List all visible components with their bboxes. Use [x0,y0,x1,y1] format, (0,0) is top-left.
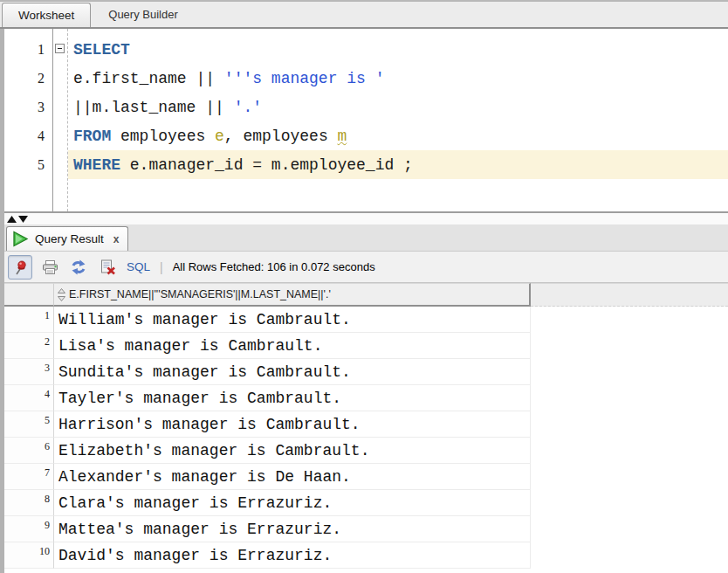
table-row[interactable]: 4Tayler's manager is Cambrault. [4,385,728,411]
code-text[interactable]: WHERE e.manager_id = m.employee_id ; [68,150,728,179]
splitter-up-icon[interactable] [7,216,17,223]
table-row[interactable]: 5Harrison's manager is Cambrault. [4,411,728,438]
code-text[interactable]: SELECT [68,35,728,64]
row-number: 2 [4,333,54,359]
table-row[interactable]: 1William's manager is Cambrault. [4,307,728,333]
print-button[interactable] [38,256,61,279]
splitter-down-icon[interactable] [18,216,28,223]
editor-line[interactable]: 5WHERE e.manager_id = m.employee_id ; [4,150,728,179]
result-tabbar: Query Result x [4,224,728,252]
printer-icon [42,259,58,275]
worksheet-frame: 1SELECT2e.first_name || '''s manager is … [0,29,728,573]
pushpin-icon [12,259,28,275]
code-token-alias: e [215,128,224,145]
code-token-plain: employees [111,128,215,145]
tab-query-builder-label: Query Builder [108,8,177,21]
result-cell[interactable]: Clara's manager is Errazuriz. [54,490,531,516]
line-number: 1 [4,35,45,64]
grid-header-row: E.FIRST_NAME||'''SMANAGERIS'||M.LAST_NAM… [4,283,728,307]
pin-button[interactable] [8,255,32,280]
table-row[interactable]: 2Lisa's manager is Cambrault. [4,333,728,359]
result-cell[interactable]: Lisa's manager is Cambrault. [54,333,531,359]
result-cell[interactable]: Alexander's manager is De Haan. [54,464,531,490]
sql-tab-label[interactable]: SQL [127,260,150,273]
refresh-icon [70,259,87,275]
result-cell[interactable]: Mattea's manager is Errazuriz. [54,516,531,542]
row-number: 7 [4,464,54,490]
code-token-plain: , employees [224,128,338,145]
grid-body: 1William's manager is Cambrault.2Lisa's … [4,307,728,573]
code-token-keyword: WHERE [73,156,120,174]
code-text[interactable]: FROM employees e, employees m [68,121,728,150]
editor-lines: 1SELECT2e.first_name || '''s manager is … [4,29,728,211]
code-token-plain: e.first_name || [73,70,224,87]
refresh-button[interactable] [67,256,90,279]
sort-icon [58,288,65,301]
column-header[interactable]: E.FIRST_NAME||'''SMANAGERIS'||M.LAST_NAM… [54,283,531,307]
code-token-keyword: FROM [73,128,111,145]
result-cell[interactable]: Tayler's manager is Cambrault. [54,385,531,411]
tab-query-result-label: Query Result [35,232,104,245]
code-token-alias_wavy: m [337,128,347,145]
grid-header-filler [531,283,728,307]
code-token-keyword: SELECT [73,41,130,59]
row-filler [531,542,728,569]
row-number: 9 [4,516,54,542]
code-token-plain: e.manager_id = m.employee_id ; [120,156,413,174]
result-cell[interactable]: David's manager is Errazuriz. [54,542,531,569]
row-filler [531,516,728,542]
code-text[interactable]: ||m.last_name || '.' [68,93,728,121]
editor-line[interactable]: 2e.first_name || '''s manager is ' [4,64,728,93]
result-toolbar: SQL | All Rows Fetched: 106 in 0.072 sec… [4,252,728,283]
table-row[interactable]: 3Sundita's manager is Cambrault. [4,359,728,385]
row-number: 4 [4,385,54,411]
row-filler [531,464,728,490]
result-cell[interactable]: Elizabeth's manager is Cambrault. [54,438,531,464]
line-number: 3 [4,93,45,121]
editor-line[interactable]: 1SELECT [4,35,728,64]
worksheet-tabbar: Worksheet Query Builder [0,0,728,29]
tab-worksheet[interactable]: Worksheet [2,3,91,27]
line-number: 2 [4,64,45,93]
toolbar-separator: | [160,260,163,274]
cancel-query-button[interactable] [96,256,119,279]
code-text[interactable]: e.first_name || '''s manager is ' [68,64,728,93]
row-number: 8 [4,490,54,516]
row-filler [531,307,728,333]
table-row[interactable]: 6Elizabeth's manager is Cambrault. [4,438,728,464]
row-filler [531,411,728,438]
tab-query-result[interactable]: Query Result x [6,226,128,251]
row-filler [531,385,728,411]
run-play-icon [12,231,29,247]
cancel-sql-icon [100,259,116,275]
editor-line[interactable]: 3||m.last_name || '.' [4,93,728,121]
code-token-string: '.' [234,99,262,116]
code-token-plain: ||m.last_name || [73,99,234,116]
row-filler [531,359,728,385]
result-cell[interactable]: Sundita's manager is Cambrault. [54,359,531,385]
tab-close-icon[interactable]: x [113,233,120,245]
line-number: 5 [4,150,45,179]
table-row[interactable]: 9Mattea's manager is Errazuriz. [4,516,728,542]
row-number: 5 [4,411,54,438]
result-cell[interactable]: William's manager is Cambrault. [54,307,531,333]
row-filler [531,438,728,464]
tab-worksheet-label: Worksheet [18,9,74,22]
tab-query-builder[interactable]: Query Builder [91,2,195,27]
pane-splitter[interactable] [4,213,728,224]
table-row[interactable]: 8Clara's manager is Errazuriz. [4,490,728,516]
row-number: 10 [4,542,54,569]
result-grid: E.FIRST_NAME||'''SMANAGERIS'||M.LAST_NAM… [4,283,728,573]
column-header-label: E.FIRST_NAME||'''SMANAGERIS'||M.LAST_NAM… [69,288,331,300]
sql-editor[interactable]: 1SELECT2e.first_name || '''s manager is … [4,29,728,213]
row-filler [531,333,728,359]
row-number: 3 [4,359,54,385]
result-cell[interactable]: Harrison's manager is Cambrault. [54,411,531,438]
code-token-string: '''s manager is ' [224,70,385,87]
editor-line[interactable]: 4FROM employees e, employees m [4,121,728,150]
table-row[interactable]: 10David's manager is Errazuriz. [4,542,728,569]
rows-fetched-status: All Rows Fetched: 106 in 0.072 seconds [173,260,375,273]
table-row[interactable]: 7Alexander's manager is De Haan. [4,464,728,490]
fold-collapse-icon[interactable] [55,44,65,53]
row-filler [531,490,728,516]
